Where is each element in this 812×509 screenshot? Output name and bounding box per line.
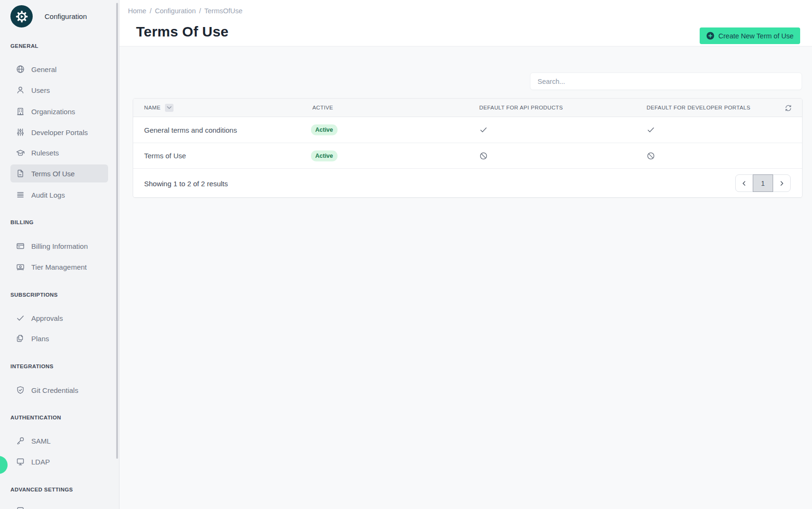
refresh-button[interactable] xyxy=(784,104,792,112)
sidebar-item-general[interactable]: General xyxy=(10,60,108,78)
term-name: General terms and conditions xyxy=(144,117,237,143)
breadcrumb-configuration[interactable]: Configuration xyxy=(155,7,196,15)
sidebar-item-git-credentials[interactable]: Git Credentials xyxy=(10,381,108,399)
create-new-term-button[interactable]: Create New Term of Use xyxy=(700,27,800,44)
breadcrumb-home[interactable]: Home xyxy=(128,7,146,15)
box-icon xyxy=(16,506,25,509)
column-header-name: NAME xyxy=(144,99,173,117)
sidebar-item-approvals[interactable]: Approvals xyxy=(10,309,108,327)
column-header-active: ACTIVE xyxy=(312,99,333,117)
status-badge: Active xyxy=(311,125,338,136)
sidebar-item-label: SAML xyxy=(31,437,51,445)
section-label-integrations: INTEGRATIONS xyxy=(10,364,54,369)
sidebar-item-rulesets[interactable]: Rulesets xyxy=(10,144,108,162)
sidebar-item-partial[interactable] xyxy=(10,502,108,509)
chevron-right-icon xyxy=(779,181,785,186)
term-name: Terms of Use xyxy=(144,143,186,168)
table-row[interactable]: General terms and conditions Active xyxy=(133,117,802,143)
key-icon xyxy=(16,436,25,445)
sidebar: Configuration GENERAL General Users xyxy=(0,0,119,509)
cash-icon xyxy=(16,262,25,272)
building-icon xyxy=(16,107,25,116)
search-input[interactable] xyxy=(530,73,802,90)
app-logo xyxy=(10,5,33,27)
gear-icon xyxy=(15,9,29,24)
sidebar-item-audit-logs[interactable]: Audit Logs xyxy=(10,186,108,204)
name-sort-button[interactable] xyxy=(165,104,173,112)
sidebar-scrollbar[interactable] xyxy=(116,3,118,459)
section-label-subscriptions: SUBSCRIPTIONS xyxy=(10,292,58,298)
monitor-icon xyxy=(16,457,25,466)
sidebar-item-billing-information[interactable]: Billing Information xyxy=(10,237,108,255)
section-label-advanced-settings: ADVANCED SETTINGS xyxy=(10,487,73,492)
sidebar-item-label: Terms Of Use xyxy=(31,170,75,178)
section-label-general: GENERAL xyxy=(10,43,38,49)
column-header-default-api-products: DEFAULT FOR API PRODUCTS xyxy=(479,99,563,117)
refresh-icon xyxy=(785,104,792,112)
graduation-cap-icon xyxy=(16,148,25,157)
section-label-billing: BILLING xyxy=(10,219,34,225)
sidebar-item-label: Organizations xyxy=(31,108,75,116)
plus-circle-icon xyxy=(706,32,714,40)
list-icon xyxy=(16,190,25,200)
no-symbol-icon xyxy=(479,151,488,161)
sidebar-item-label: Plans xyxy=(31,335,49,343)
sidebar-item-label: Approvals xyxy=(31,314,63,322)
pagination: 1 xyxy=(735,174,791,192)
sidebar-item-label: Audit Logs xyxy=(31,191,65,199)
breadcrumb-separator: / xyxy=(199,7,201,15)
table-footer: Showing 1 to 2 of 2 results 1 xyxy=(133,169,802,198)
shield-check-icon xyxy=(16,385,25,395)
status-badge: Active xyxy=(311,150,338,161)
copy-icon xyxy=(16,334,25,343)
next-page-button[interactable] xyxy=(773,175,790,191)
chevron-left-icon xyxy=(741,181,747,186)
user-icon xyxy=(16,85,25,95)
terms-table: NAME ACTIVE DEFAULT FOR API PRODUCTS DEF… xyxy=(133,98,803,198)
sliders-icon xyxy=(16,127,25,137)
main-content: Home/Configuration/TermsOfUse Terms Of U… xyxy=(119,0,812,509)
table-row[interactable]: Terms of Use Active xyxy=(133,143,802,169)
app-title: Configuration xyxy=(45,12,87,20)
previous-page-button[interactable] xyxy=(736,175,753,191)
sidebar-item-label: Developer Portals xyxy=(31,128,88,136)
sidebar-item-label: Git Credentials xyxy=(31,386,78,394)
sidebar-item-plans[interactable]: Plans xyxy=(10,329,108,347)
sidebar-item-label: Rulesets xyxy=(31,149,59,157)
section-label-authentication: AUTHENTICATION xyxy=(10,415,61,420)
no-symbol-icon xyxy=(646,151,656,161)
create-button-label: Create New Term of Use xyxy=(719,32,794,40)
sidebar-item-label: LDAP xyxy=(31,458,50,466)
results-summary: Showing 1 to 2 of 2 results xyxy=(144,179,228,187)
credit-card-icon xyxy=(16,241,25,251)
document-icon xyxy=(16,169,25,178)
breadcrumb: Home/Configuration/TermsOfUse xyxy=(128,7,243,15)
check-icon xyxy=(479,125,488,135)
sidebar-item-organizations[interactable]: Organizations xyxy=(10,102,108,120)
sidebar-item-users[interactable]: Users xyxy=(10,81,108,99)
breadcrumb-termsofuse: TermsOfUse xyxy=(204,7,243,15)
sidebar-item-developer-portals[interactable]: Developer Portals xyxy=(10,123,108,141)
column-header-default-developer-portals: DEFAULT FOR DEVELOPER PORTALS xyxy=(647,99,750,117)
table-header-row: NAME ACTIVE DEFAULT FOR API PRODUCTS DEF… xyxy=(133,99,802,117)
sidebar-item-terms-of-use[interactable]: Terms Of Use xyxy=(10,164,108,182)
check-icon xyxy=(646,125,656,135)
current-page-indicator[interactable]: 1 xyxy=(753,174,773,192)
sidebar-item-label: Tier Management xyxy=(31,263,87,271)
globe-icon xyxy=(16,64,25,74)
page-title: Terms Of Use xyxy=(136,24,228,40)
sidebar-item-label: Users xyxy=(31,86,50,94)
sidebar-item-label: General xyxy=(31,65,56,73)
check-icon xyxy=(16,313,25,323)
sidebar-item-saml[interactable]: SAML xyxy=(10,432,108,450)
sidebar-item-label: Billing Information xyxy=(31,242,88,250)
breadcrumb-separator: / xyxy=(150,7,152,15)
sidebar-item-ldap[interactable]: LDAP xyxy=(10,453,108,471)
sidebar-item-tier-management[interactable]: Tier Management xyxy=(10,258,108,276)
page-header: Home/Configuration/TermsOfUse Terms Of U… xyxy=(119,0,812,46)
chevron-down-icon xyxy=(167,106,172,109)
